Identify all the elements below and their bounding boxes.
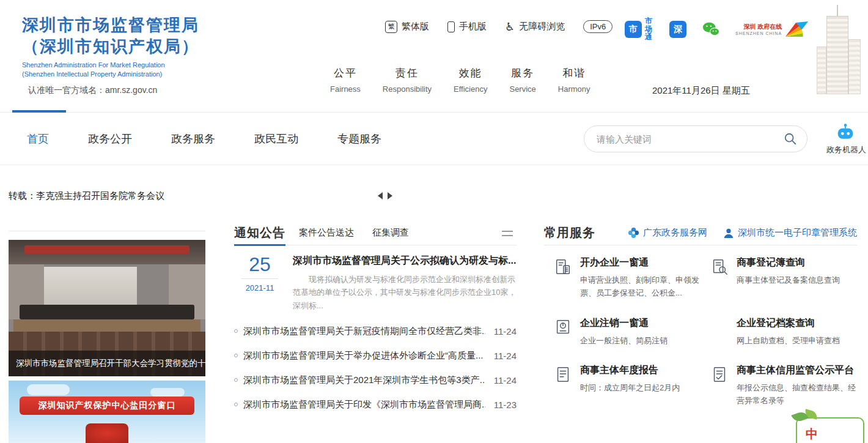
carousel-slide-ip-center[interactable]: 深圳知识产权保护中心盐田分窗口 [9,381,205,443]
nav-gov-disclosure[interactable]: 政务公开 [88,132,132,146]
deregistration-icon [554,318,572,337]
notice-date: 11-23 [494,400,517,410]
service-registry-search[interactable]: 商事登记簿查询 商事主体登记及备案信息查询 [710,256,857,300]
ipv6-badge[interactable]: IPv6 [583,20,612,33]
gov-robot-button[interactable]: 政务机器人 [826,123,864,155]
current-date: 2021年11月26日 星期五 [652,85,750,97]
service-title: 商事主体年度报告 [580,364,680,377]
ticker-next-icon[interactable] [388,192,392,199]
service-business-open[interactable]: 开办企业一窗通 申请营业执照、刻制印章、申领发票、员工参保登记、公积金... [554,256,703,300]
wechat-link[interactable] [702,21,719,37]
guangdong-gov-link[interactable]: 广东政务服务网 [628,227,707,239]
value-harmony: 和谐 Harmony [547,66,601,94]
service-text: 开办企业一窗通 申请营业执照、刻制印章、申领发票、员工参保登记、公积金... [580,256,703,300]
service-title: 企业注销一窗通 [580,317,668,330]
value-cn: 责任 [383,66,432,80]
page: 深圳市市场监督管理局 （深圳市知识产权局） Shenzhen Administr… [0,0,868,443]
notices-more-icon[interactable] [502,231,513,238]
shichangtong-app-icon: 市 [625,21,642,38]
eseal-system-link[interactable]: 深圳市统一电子印章管理系统 [723,227,857,239]
value-fairness: 公平 Fairness [319,66,372,94]
value-en: Efficiency [454,84,487,94]
notice-link[interactable]: 深圳市市场监督管理局关于举办促进体外诊断企业“高质量... [243,350,485,362]
header-apps: 市 市场通 深 深圳 政府在线 SHENZHEN CHINA [625,17,810,42]
service-desc: 年报公示信息、抽查检查结果、经营异常名录等 [737,382,857,408]
official-domain-note: 认准唯一官方域名：amr.sz.gov.cn [22,85,199,96]
value-efficiency: 效能 Efficiency [443,66,498,94]
ticker-headline-link[interactable]: 转载：李克强主持召开国务院常务会议 [9,190,164,202]
value-cn: 效能 [454,66,487,80]
nav-special-services[interactable]: 专题服务 [337,132,381,146]
featured-date-block: 25 2021-11 [234,255,285,312]
news-ticker: 转载：李克强主持召开国务院常务会议 [0,166,868,215]
bullet-icon [234,354,238,357]
service-desc: 企业一般注销、简易注销 [580,335,668,348]
notice-link[interactable]: 深圳市市场监督管理局关于印发《深圳市市场监督管理局商... [243,399,485,411]
featured-body: 深圳市市场监督管理局关于公示拟确认为研发与标... 现将拟确认为研发与标准化同步… [285,255,517,312]
value-en: Harmony [558,84,590,94]
service-archive-search[interactable]: 企业登记档案查询 网上自助查档、受理申请查档 [710,317,857,348]
service-annual-report[interactable]: 商事主体年度报告 时间：成立周年之日起2月内 [554,364,703,408]
featured-notice: 25 2021-11 深圳市市场监督管理局关于公示拟确认为研发与标... 现将拟… [234,255,517,312]
nav-gov-services[interactable]: 政务服务 [171,132,215,146]
ticker-prev-icon[interactable] [378,192,383,199]
value-responsibility: 责任 Responsibility [372,66,443,94]
ishenzhen-app-link[interactable]: 深 [669,21,686,38]
notice-row: 深圳市市场监督管理局关于举办促进体外诊断企业“高质量... 11-24 [234,343,517,368]
value-en: Fairness [330,84,361,94]
eseal-person-icon [723,228,734,239]
nav-home[interactable]: 首页 [27,132,49,146]
shenzhen-gov-online-texts: 深圳 政府在线 SHENZHEN CHINA [735,23,782,35]
service-credit-publicity[interactable]: 商事主体信用监管公示平台 年报公示信息、抽查检查结果、经营异常名录等 [710,364,857,408]
search-box [584,125,807,152]
notices-section: 通知公告 案件公告送达 征集调查 25 2021-11 深圳市市场监督管理局关于… [234,222,517,417]
photo-banner-shape [24,245,189,254]
featured-title-link[interactable]: 深圳市市场监督管理局关于公示拟确认为研发与标... [293,255,516,266]
photo-screen-shape [44,267,137,305]
value-cn: 服务 [509,66,535,80]
carousel-slide-meeting[interactable]: 深圳市市场监督管理局召开干部大会学习贯彻党的十... [9,240,205,376]
service-text: 商事主体年度报告 时间：成立周年之日起2月内 [580,364,680,408]
value-en: Service [509,84,535,94]
notice-link[interactable]: 深圳市市场监督管理局关于新冠疫情期间全市仅经营乙类非... [243,326,485,337]
notice-date: 11-24 [494,351,517,361]
site-logo[interactable]: 深圳市市场监督管理局 （深圳市知识产权局） Shenzhen Administr… [22,15,199,96]
carousel-caption: 深圳市市场监督管理局召开干部大会学习贯彻党的十... [9,351,205,376]
shenzhen-gov-online-logo[interactable]: 深圳 政府在线 SHENZHEN CHINA [735,20,810,38]
cloud-shape [27,384,70,395]
gov-floating-widget[interactable]: 中 [796,417,864,443]
traditional-chinese-link[interactable]: 繁 繁体版 [385,21,429,33]
service-deregistration[interactable]: 企业注销一窗通 企业一般注销、简易注销 [554,317,703,348]
mobile-icon [447,21,455,32]
eseal-system-label: 深圳市统一电子印章管理系统 [738,227,857,239]
services-section: 常用服务 广东政务服务网 深圳市统一电子印章管理系统 [544,222,857,408]
value-cn: 公平 [330,66,361,80]
left-column-divider [9,231,205,231]
site-title-en-line1: Shenzhen Administration For Market Regul… [22,61,199,70]
site-title-line1: 深圳市市场监督管理局 [22,15,199,36]
accessibility-link[interactable]: ♿ 无障碍浏览 [505,21,565,32]
notices-title: 通知公告 [234,225,285,241]
mobile-version-link[interactable]: 手机版 [447,21,487,32]
notice-list: 深圳市市场监督管理局关于新冠疫情期间全市仅经营乙类非... 11-24 深圳市市… [234,319,517,417]
search-input[interactable] [597,134,784,144]
tab-case-announcements[interactable]: 案件公告送达 [299,227,354,239]
search-icon[interactable] [784,132,797,146]
shichangtong-app-link[interactable]: 市 市场通 [625,17,653,42]
gov-robot-label: 政务机器人 [826,144,864,155]
ishenzhen-app-icon: 深 [669,21,686,38]
tab-surveys[interactable]: 征集调查 [372,227,409,239]
featured-day: 25 [234,255,285,274]
value-cn: 和谐 [558,66,590,80]
main-nav: 首页 政务公开 政务服务 政民互动 专题服务 政务机器人 [0,112,868,165]
service-title: 开办企业一窗通 [580,256,703,269]
notice-link[interactable]: 深圳市市场监督管理局关于2021年深圳市学生书包等3类产... [243,374,485,386]
service-title: 商事登记簿查询 [737,256,840,269]
nav-public-interaction[interactable]: 政民互动 [254,132,298,146]
unveiling-cloth-shape [86,423,128,443]
photo-table-shape [13,319,200,332]
service-text: 企业登记档案查询 网上自助查档、受理申请查档 [737,317,840,348]
nav-items: 首页 政务公开 政务服务 政民互动 专题服务 [27,113,381,165]
business-open-icon [554,258,572,276]
ip-center-banner-text: 深圳知识产权保护中心盐田分窗口 [20,396,194,415]
